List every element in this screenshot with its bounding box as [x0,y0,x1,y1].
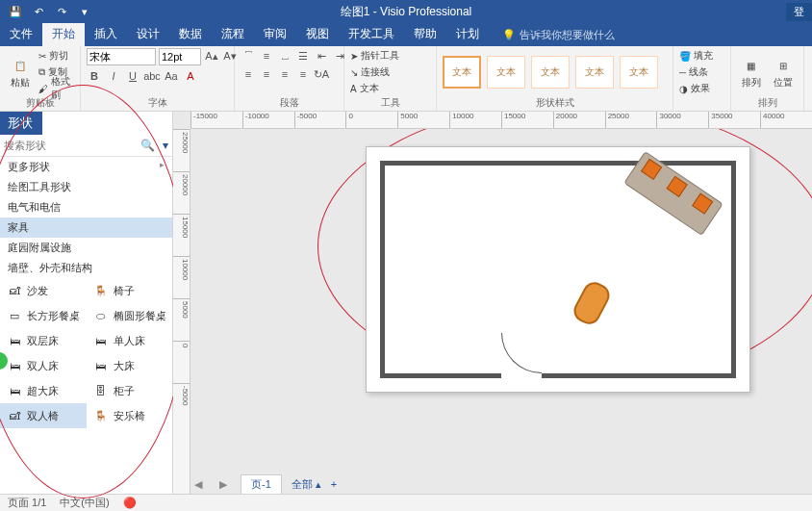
group-label-paragraph: 段落 [241,96,338,111]
text-tool-button[interactable]: A文本 [350,81,379,96]
copy-icon: ⧉ [38,66,45,78]
connector-icon: ↘ [350,67,358,78]
page-prev-icon[interactable]: ◀ [190,478,206,491]
quick-access-toolbar: 💾 ↶ ↷ ▾ [0,2,94,21]
page-tabs: ◀ ▶ 页-1 全部 ▴ + [190,474,337,494]
line-icon: ─ [679,67,686,78]
scissors-icon: ✂ [38,51,46,62]
tab-home[interactable]: 开始 [42,22,85,46]
line-button[interactable]: ─线条 [679,64,708,80]
app-name: Visio Professional [380,5,471,18]
align-button[interactable]: ▦排列 [737,48,766,96]
page-tab-1[interactable]: 页-1 [241,474,282,494]
align-right-icon[interactable]: ≡ [277,66,292,82]
connector-tool-button[interactable]: ↘连接线 [350,64,390,80]
group-shape-format: 🪣填充 ─线条 ◑效果 [673,46,731,111]
record-macro-icon[interactable]: 🔴 [123,497,137,509]
tab-insert[interactable]: 插入 [85,22,127,46]
qat-more-icon[interactable]: ▾ [75,2,94,21]
style-option-4[interactable]: 文本 [575,56,614,89]
shapes-pane: 形状 🔍 ▾ 更多形状 绘图工具形状 电气和电信 家具 庭园附属设施 墙壁、外壳… [0,112,173,494]
tell-me[interactable]: 💡 告诉我你想要做什么 [496,24,621,46]
effect-icon: ◑ [679,84,688,94]
text-effects-button[interactable]: Aa [164,68,179,84]
indent-left-icon[interactable]: ⇤ [314,48,329,64]
strikethrough-button[interactable]: abc [144,68,160,84]
paste-icon: 📋 [10,55,31,76]
bold-button[interactable]: B [87,68,102,84]
font-color-button[interactable]: A [183,68,198,84]
align-icon: ▦ [741,55,762,76]
increase-font-icon[interactable]: A▴ [204,48,219,64]
font-size-select[interactable] [159,48,201,65]
brush-icon: 🖌 [38,84,48,94]
tab-view[interactable]: 视图 [296,22,339,46]
window-title: 绘图1 - Visio Professional [341,4,472,20]
status-page: 页面 1/1 [8,496,46,510]
lightbulb-icon: 💡 [502,29,516,41]
tab-file[interactable]: 文件 [0,22,42,46]
ruler-horizontal: -15000-10000-500005000100001500020000250… [190,112,812,129]
style-gallery[interactable]: 文本 文本 文本 文本 文本 [443,56,658,89]
login-button[interactable]: 登 [786,3,812,21]
group-tools: ➤指针工具 ↘连接线 A文本 工具 [344,46,437,111]
page-tab-all[interactable]: 全部 ▴ [292,477,321,492]
position-icon: ⊞ [773,55,794,76]
bucket-icon: 🪣 [679,51,691,62]
undo-icon[interactable]: ↶ [29,2,48,21]
tab-developer[interactable]: 开发工具 [339,22,404,46]
align-left-icon[interactable]: ≡ [241,66,256,82]
style-option-2[interactable]: 文本 [487,56,525,89]
tab-data[interactable]: 数据 [169,22,212,46]
workspace: 形状 🔍 ▾ 更多形状 绘图工具形状 电气和电信 家具 庭园附属设施 墙壁、外壳… [0,112,812,494]
fill-button[interactable]: 🪣填充 [679,48,713,64]
search-dropdown-icon[interactable]: ▾ [159,139,172,152]
doc-name: 绘图1 [341,5,370,18]
align-middle-icon[interactable]: ≡ [259,48,274,64]
group-paragraph: ⎴ ≡ ⎵ ☰ ⇤ ⇥ ≡ ≡ ≡ ≡ ↻A 段落 [235,46,344,111]
text-icon: A [350,84,357,94]
group-arrange: ▦排列 ⊞位置 排列 [731,46,804,111]
page-add-button[interactable]: + [331,478,337,490]
group-label-arrange: 排列 [737,96,798,111]
align-top-icon[interactable]: ⎴ [241,48,256,64]
drawing-page[interactable] [366,146,750,393]
title-bar: 💾 ↶ ↷ ▾ 绘图1 - Visio Professional 登 [0,0,812,23]
room-wall-bottom[interactable] [380,373,736,378]
rotate-text-icon[interactable]: ↻A [314,66,329,82]
tab-process[interactable]: 流程 [212,22,254,46]
position-button[interactable]: ⊞位置 [770,48,799,96]
bullets-icon[interactable]: ☰ [295,48,311,64]
tab-review[interactable]: 审阅 [254,22,296,46]
style-option-1[interactable]: 文本 [443,56,481,89]
page-next-icon[interactable]: ▶ [216,478,231,491]
align-center-icon[interactable]: ≡ [259,66,274,82]
underline-button[interactable]: U [125,68,140,84]
door-opening[interactable] [501,373,542,378]
ribbon-tabs: 文件 开始 插入 设计 数据 流程 审阅 视图 开发工具 帮助 计划 💡 告诉我… [0,23,812,46]
justify-icon[interactable]: ≡ [295,66,311,82]
redo-icon[interactable]: ↷ [52,2,71,21]
italic-button[interactable]: I [106,68,121,84]
group-label-tools: 工具 [350,96,430,111]
group-shape-styles: 文本 文本 文本 文本 文本 形状样式 [437,46,673,111]
tab-help[interactable]: 帮助 [404,22,446,46]
align-bottom-icon[interactable]: ⎵ [277,48,292,64]
group-label-styles: 形状样式 [443,96,667,111]
pointer-icon: ➤ [350,51,358,62]
tab-plan[interactable]: 计划 [446,22,489,46]
font-name-select[interactable] [87,48,156,65]
pointer-tool-button[interactable]: ➤指针工具 [350,48,399,64]
save-icon[interactable]: 💾 [6,2,25,21]
tell-me-placeholder: 告诉我你想要做什么 [520,28,615,42]
canvas[interactable]: -15000-10000-500005000100001500020000250… [173,112,812,494]
paste-button[interactable]: 📋 粘贴 [6,48,35,96]
style-option-3[interactable]: 文本 [531,56,570,89]
effect-button[interactable]: ◑效果 [679,81,710,96]
style-option-5[interactable]: 文本 [620,56,658,89]
status-bar: 页面 1/1 中文(中国) 🔴 [0,494,812,511]
cut-button[interactable]: ✂剪切 [38,48,74,64]
ruler-vertical: 2500020000150001000050000-5000 [173,129,190,494]
tab-design[interactable]: 设计 [127,22,169,46]
